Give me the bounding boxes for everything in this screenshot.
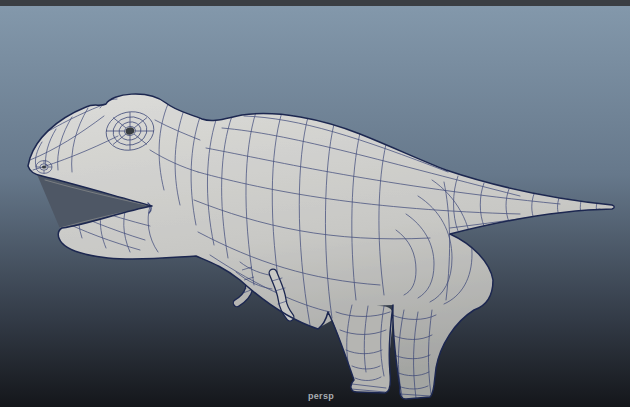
model-nostril-hole xyxy=(42,165,46,168)
camera-name-label: persp xyxy=(308,391,334,401)
3d-perspective-viewport[interactable]: persp xyxy=(0,6,630,407)
trex-wireframe-model[interactable] xyxy=(0,6,630,407)
application-window: persp xyxy=(0,0,630,407)
